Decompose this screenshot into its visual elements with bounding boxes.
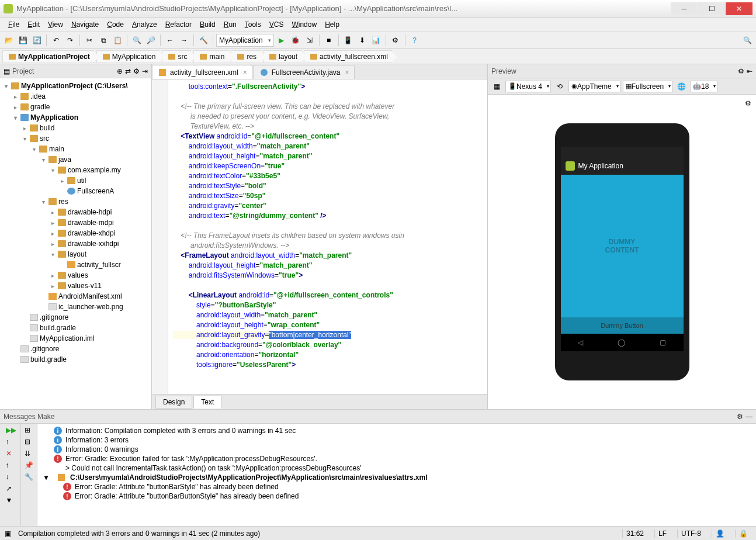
tree-node[interactable]: ▾com.example.my — [0, 165, 151, 175]
menu-run[interactable]: Run — [220, 19, 240, 30]
sync-icon[interactable]: 🔄 — [30, 34, 43, 47]
tree-node[interactable]: ▸drawable-mdpi — [0, 217, 151, 228]
menu-edit[interactable]: Edit — [24, 19, 43, 30]
tree-node[interactable]: ▸.idea — [0, 91, 151, 102]
rerun-icon[interactable]: ▶▶ — [6, 426, 15, 435]
menu-vcs[interactable]: VCS — [266, 19, 287, 30]
maximize-button[interactable]: ☐ — [698, 2, 725, 15]
wrench-icon[interactable]: 🔧 — [25, 473, 34, 482]
tab-design[interactable]: Design — [155, 396, 192, 409]
tab-text[interactable]: Text — [193, 396, 221, 409]
menu-window[interactable]: Window — [288, 19, 320, 30]
message-line[interactable]: iInformation: 0 warnings — [40, 445, 754, 454]
stop-icon[interactable]: ✕ — [6, 449, 15, 459]
collapse-icon[interactable]: ⇤ — [747, 67, 752, 75]
refresh-icon[interactable]: ⚙ — [745, 99, 751, 108]
debug-icon[interactable]: 🐞 — [289, 34, 302, 47]
menu-navigate[interactable]: Navigate — [68, 19, 102, 30]
replace-icon[interactable]: 🔎 — [144, 34, 157, 47]
run-icon[interactable]: ▶ — [275, 34, 288, 47]
tree-node[interactable]: ▾layout — [0, 249, 151, 259]
tree-node[interactable]: activity_fullscr — [0, 259, 151, 270]
paste-icon[interactable]: 📋 — [111, 34, 124, 47]
structure-icon[interactable]: ⚙ — [389, 34, 402, 47]
tree-node[interactable]: AndroidManifest.xml — [0, 291, 151, 302]
menu-code[interactable]: Code — [103, 19, 127, 30]
close-button[interactable]: ✕ — [726, 2, 752, 15]
save-icon[interactable]: 💾 — [16, 34, 29, 47]
scope-combo-icon[interactable]: ⊕ — [117, 67, 123, 75]
avd-icon[interactable]: 📱 — [342, 34, 355, 47]
redo-icon[interactable]: ↷ — [64, 34, 77, 47]
minimize-button[interactable]: ─ — [671, 2, 698, 15]
tree-node[interactable]: ▸drawable-xhdpi — [0, 228, 151, 238]
find-icon[interactable]: 🔍 — [130, 34, 143, 47]
menu-refactor[interactable]: Refactor — [162, 19, 195, 30]
api-combo[interactable]: 🤖 18 — [690, 81, 717, 92]
breadcrumb-item[interactable]: MyApplicationProject — [2, 50, 94, 63]
messages-list[interactable]: iInformation: Compilation completed with… — [37, 424, 756, 526]
tree-node[interactable]: build.gradle — [0, 323, 151, 333]
tree-node[interactable]: ic_launcher-web.png — [0, 302, 151, 312]
line-separator[interactable]: LF — [654, 529, 670, 538]
menu-file[interactable]: File — [5, 19, 23, 30]
editor-tab[interactable]: activity_fullscreen.xml× — [152, 65, 252, 79]
menu-tools[interactable]: Tools — [241, 19, 265, 30]
breadcrumb-item[interactable]: res — [231, 50, 261, 63]
tree-node[interactable]: ▸drawable-xxhdpi — [0, 238, 151, 249]
theme-combo[interactable]: ◉ AppTheme — [568, 81, 620, 92]
filter-icon[interactable]: ▼ — [6, 496, 15, 506]
autoscroll-icon[interactable]: ⇄ — [125, 67, 131, 75]
tree-node[interactable]: .gitignore — [0, 344, 151, 354]
tree-node[interactable]: ▸build — [0, 123, 151, 133]
make-icon[interactable]: 🔨 — [197, 34, 210, 47]
message-line[interactable]: !Error: Gradle: Attribute "buttonBarStyl… — [40, 482, 754, 491]
close-tab-icon[interactable]: × — [345, 68, 349, 77]
tree-node[interactable]: MyApplication.iml — [0, 333, 151, 344]
pin-icon[interactable]: 📌 — [25, 461, 34, 470]
hide-icon[interactable]: — — [745, 413, 752, 421]
stop-icon[interactable]: ■ — [322, 34, 335, 47]
tool-windows-icon[interactable]: ▣ — [5, 529, 11, 538]
expand-icon[interactable]: ⊞ — [25, 426, 34, 435]
locale-icon[interactable]: 🌐 — [675, 80, 688, 93]
breadcrumb-item[interactable]: activity_fullscreen.xml — [304, 50, 392, 63]
autoscroll-icon[interactable]: ⇊ — [25, 449, 34, 459]
export-icon[interactable]: ↗ — [6, 484, 15, 494]
prev-icon[interactable]: ↑ — [6, 461, 15, 470]
tree-node[interactable]: ▾res — [0, 196, 151, 207]
undo-icon[interactable]: ↶ — [50, 34, 63, 47]
message-line[interactable]: iInformation: 3 errors — [40, 435, 754, 445]
help-icon[interactable]: ? — [408, 34, 421, 47]
breadcrumb-item[interactable]: layout — [263, 50, 301, 63]
tree-node[interactable]: ▸util — [0, 175, 151, 186]
breadcrumb-item[interactable]: MyApplication — [96, 50, 160, 63]
collapse-icon[interactable]: ⊟ — [25, 438, 34, 447]
forward-icon[interactable]: → — [178, 34, 190, 47]
message-line[interactable]: !Error: Gradle: Execution failed for tas… — [40, 454, 754, 463]
project-tree[interactable]: ▾MyApplicationProject (C:\Users\▸.idea▸g… — [0, 78, 151, 409]
tree-node[interactable]: FullscreenA — [0, 186, 151, 196]
device-combo[interactable]: 📱 Nexus 4 — [505, 81, 551, 92]
tree-node[interactable]: ▸gradle — [0, 102, 151, 112]
gear-icon[interactable]: ⚙ — [737, 413, 743, 421]
tree-node[interactable]: .gitignore — [0, 312, 151, 323]
menu-view[interactable]: View — [44, 19, 67, 30]
encoding[interactable]: UTF-8 — [677, 529, 705, 538]
orientation-toggle-icon[interactable]: ⟲ — [553, 80, 566, 93]
breadcrumb-item[interactable]: main — [193, 50, 228, 63]
message-line[interactable]: !Error: Gradle: Attribute "buttonBarButt… — [40, 491, 754, 501]
code-editor[interactable]: tools:context=".FullscreenActivity"> <!-… — [168, 79, 487, 394]
sdk-icon[interactable]: ⬇ — [356, 34, 369, 47]
attach-icon[interactable]: ⇲ — [303, 34, 316, 47]
cut-icon[interactable]: ✂ — [83, 34, 96, 47]
close-tab-icon[interactable]: × — [243, 68, 247, 77]
collapse-icon[interactable]: ⇥ — [142, 67, 148, 75]
tree-node[interactable]: build.gradle — [0, 354, 151, 365]
tree-node[interactable]: ▸values-v11 — [0, 281, 151, 291]
back-icon[interactable]: ← — [164, 34, 176, 47]
tree-node[interactable]: ▸drawable-hdpi — [0, 207, 151, 217]
orientation-icon[interactable]: ▦ — [490, 80, 503, 93]
open-icon[interactable]: 📂 — [2, 34, 15, 47]
gear-icon[interactable]: ⚙ — [133, 67, 140, 75]
